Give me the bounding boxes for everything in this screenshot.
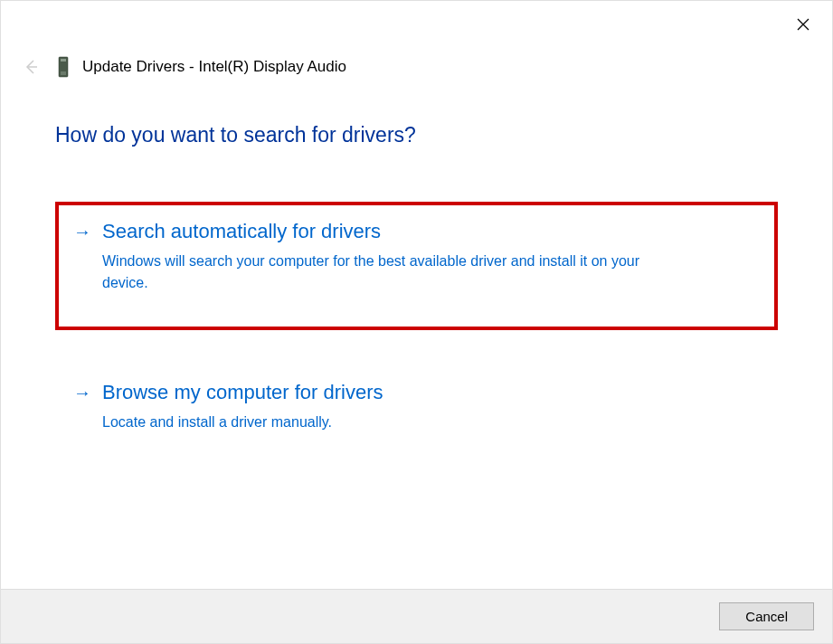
- dialog-content: How do you want to search for drivers? →…: [55, 123, 778, 491]
- option-description: Windows will search your computer for th…: [102, 251, 681, 294]
- option-title: Search automatically for drivers: [102, 220, 381, 243]
- option-header: → Browse my computer for drivers: [73, 381, 760, 404]
- device-icon: [55, 55, 71, 79]
- svg-rect-4: [61, 59, 66, 62]
- arrow-right-icon: →: [73, 384, 91, 402]
- close-button[interactable]: [792, 14, 814, 35]
- arrow-right-icon: →: [73, 223, 91, 241]
- back-arrow-icon: [23, 59, 39, 75]
- dialog-header: Update Drivers - Intel(R) Display Audio: [55, 55, 346, 79]
- close-icon: [797, 18, 809, 31]
- cancel-button[interactable]: Cancel: [719, 602, 814, 630]
- option-description: Locate and install a driver manually.: [102, 412, 681, 433]
- dialog-title: Update Drivers - Intel(R) Display Audio: [82, 58, 346, 76]
- option-title: Browse my computer for drivers: [102, 381, 383, 404]
- question-heading: How do you want to search for drivers?: [55, 123, 778, 147]
- svg-rect-5: [61, 71, 66, 75]
- back-button: [23, 59, 39, 80]
- option-browse-computer[interactable]: → Browse my computer for drivers Locate …: [55, 366, 778, 455]
- dialog-footer: Cancel: [1, 589, 832, 643]
- option-header: → Search automatically for drivers: [73, 220, 760, 243]
- option-search-automatically[interactable]: → Search automatically for drivers Windo…: [55, 202, 778, 330]
